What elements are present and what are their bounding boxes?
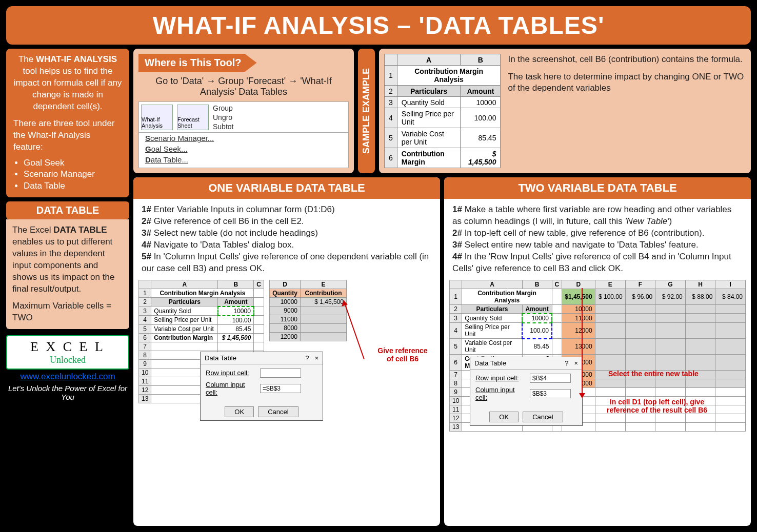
svg-marker-3 (579, 393, 585, 398)
one-var-title: ONE VARIABLE DATA TABLE (133, 177, 440, 199)
ribbon-subtotal[interactable]: Subtot (213, 122, 233, 131)
feature-scenario: Scenario Manager (24, 169, 122, 180)
row-input-label-2: Row input cell: (475, 374, 527, 382)
whatif-ribbon-icon[interactable]: What-If Analysis (141, 105, 173, 130)
intro-text-c: tool helps us to find the impact on form… (14, 66, 122, 111)
two-var-title: TWO VARIABLE DATA TABLE (444, 177, 751, 199)
one-var-data-table: DE QuantityContribution 10000$ 1,45,500 … (269, 280, 347, 341)
row-input-cell[interactable] (260, 369, 301, 378)
col-input-label: Column input cell: (206, 381, 257, 396)
sample-table: AB 1Contribution Margin Analysis 2Partic… (384, 54, 501, 168)
ribbon-ungroup[interactable]: Ungro (213, 113, 233, 121)
select-table-note: Select the entire new table (608, 370, 699, 378)
tagline: Let's Unlock the Power of Excel for You (6, 384, 129, 401)
cancel-button[interactable]: Cancel (258, 406, 298, 417)
intro-panel: The WHAT-IF ANALYSIS tool helps us to fi… (6, 49, 129, 197)
logo-top: E X C E L (9, 339, 126, 355)
where-tab: Where is This Tool? (138, 54, 257, 72)
menu-goalseek[interactable]: Goal Seek... (139, 144, 348, 154)
site-url[interactable]: www.excelunlocked.com (6, 372, 129, 382)
arrow-icon (338, 295, 369, 362)
one-variable-panel: ONE VARIABLE DATA TABLE 1# Enter Variabl… (133, 177, 440, 526)
intro-subhead: There are three tool under the What-If A… (13, 118, 122, 153)
ribbon-group[interactable]: Group (213, 104, 233, 112)
col-input-cell[interactable] (260, 384, 301, 393)
sample-panel: AB 1Contribution Margin Analysis 2Partic… (379, 49, 751, 173)
row-input-cell-2[interactable] (530, 374, 571, 383)
intro-text: The (18, 54, 36, 64)
feature-datatable: Data Table (24, 180, 122, 192)
ok-button[interactable]: OK (225, 406, 254, 417)
row-input-label: Row input cell: (206, 369, 257, 377)
datatable-dialog-one: Data Table? × Row input cell: Column inp… (200, 352, 323, 421)
logo-block: E X C E L Unlocked www.excelunlocked.com… (6, 333, 129, 401)
forecast-ribbon-icon[interactable]: Forecast Sheet (177, 105, 209, 130)
ribbon-screenshot: What-If Analysis Forecast Sheet Group Un… (138, 101, 349, 168)
datatable-body: The Excel DATA TABLE enables us to put d… (6, 219, 129, 329)
logo-sub: Unlocked (9, 355, 126, 365)
dialog-title-2: Data Table (474, 359, 506, 367)
col-input-cell-2[interactable] (530, 389, 571, 398)
cancel-button-2[interactable]: Cancel (523, 412, 563, 422)
down-arrow-icon (577, 288, 587, 401)
page-title: WHAT-IF ANALYSIS – 'DATA TABLES' (6, 6, 751, 45)
col-input-label-2: Column input cell: (475, 386, 527, 401)
dialog-title: Data Table (205, 354, 236, 362)
datatable-dialog-two: Data Table? × Row input cell: Column inp… (470, 357, 583, 426)
menu-scenario[interactable]: Scenario Manager... (139, 133, 348, 144)
menu-datatable[interactable]: Data Table... (139, 154, 348, 165)
sample-label: SAMPLE EXAMPLE (358, 49, 375, 173)
sample-desc1: In the screenshot, cell B6 (contribution… (508, 54, 746, 65)
feature-goalseek: Goal Seek (24, 157, 122, 169)
b6-reference-note: Give reference of cell B6 (374, 346, 431, 364)
nav-path: Go to 'Data' → Group 'Forecast' → 'What-… (138, 76, 349, 97)
ok-button-2[interactable]: OK (489, 412, 519, 422)
svg-marker-1 (342, 300, 348, 306)
two-variable-panel: TWO VARIABLE DATA TABLE 1# Make a table … (444, 177, 751, 526)
d1-reference-note: In cell D1 (top left cell), give referen… (593, 398, 721, 415)
sample-desc2: The task here to determine impact by cha… (508, 71, 746, 94)
svg-line-0 (344, 300, 364, 359)
intro-bold: WHAT-IF ANALYSIS (36, 54, 117, 64)
datatable-heading: DATA TABLE (6, 201, 129, 219)
where-panel: Where is This Tool? Go to 'Data' → Group… (133, 49, 354, 173)
